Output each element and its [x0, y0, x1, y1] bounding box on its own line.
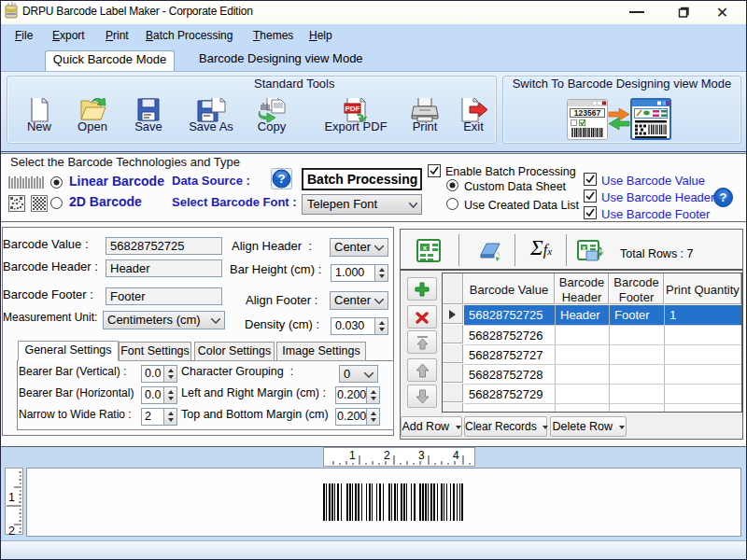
svg-text:1: 1 [349, 449, 356, 462]
svg-text:?: ? [720, 190, 727, 204]
svg-text:?: ? [278, 172, 286, 186]
svg-text:1: 1 [8, 491, 15, 504]
svg-text:2: 2 [8, 525, 15, 535]
svg-text:2: 2 [384, 449, 390, 462]
svg-text:x: x [583, 245, 586, 251]
svg-text:3: 3 [418, 449, 425, 462]
svg-text:PDF: PDF [345, 105, 360, 113]
svg-text:123567: 123567 [574, 108, 601, 118]
svg-text:4: 4 [453, 449, 459, 462]
svg-text:x: x [423, 244, 428, 252]
